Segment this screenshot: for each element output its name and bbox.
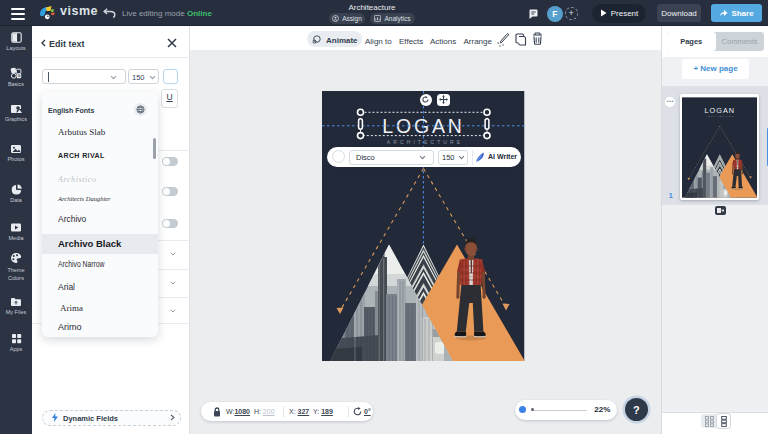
svg-text:G: G [18,74,21,78]
